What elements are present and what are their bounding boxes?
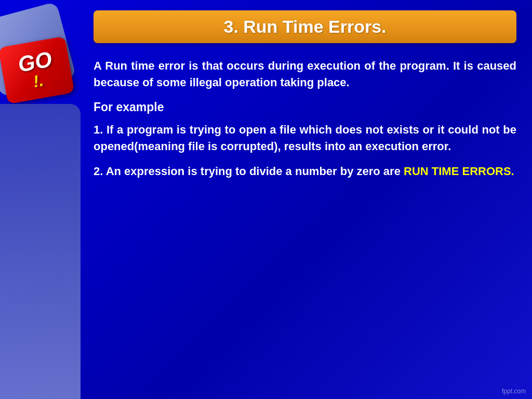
left-decoration: GO !. (0, 0, 83, 399)
lower-deco-bar (0, 104, 81, 399)
title-banner: 3. Run Time Errors. (94, 10, 516, 43)
point-2-prefix: 2. An expression is trying to divide a n… (94, 165, 404, 178)
go-badge: GO !. (0, 36, 75, 104)
for-example-label: For example (94, 100, 516, 114)
point-1: 1. If a program is trying to open a file… (94, 122, 516, 155)
run-time-highlight: RUN TIME ERRORS. (404, 165, 514, 178)
slide-title: 3. Run Time Errors. (223, 17, 386, 36)
watermark: fppt.com (502, 388, 526, 395)
title-rest: Run Time Errors. (238, 17, 387, 36)
title-number: 3. (223, 17, 238, 36)
go-text: GO !. (16, 48, 56, 92)
point-2: 2. An expression is trying to divide a n… (94, 163, 516, 180)
main-content: 3. Run Time Errors. A Run time error is … (83, 0, 532, 399)
paragraph-1: A Run time error is that occurs during e… (94, 58, 516, 91)
go-exclaim: !. (32, 72, 45, 90)
